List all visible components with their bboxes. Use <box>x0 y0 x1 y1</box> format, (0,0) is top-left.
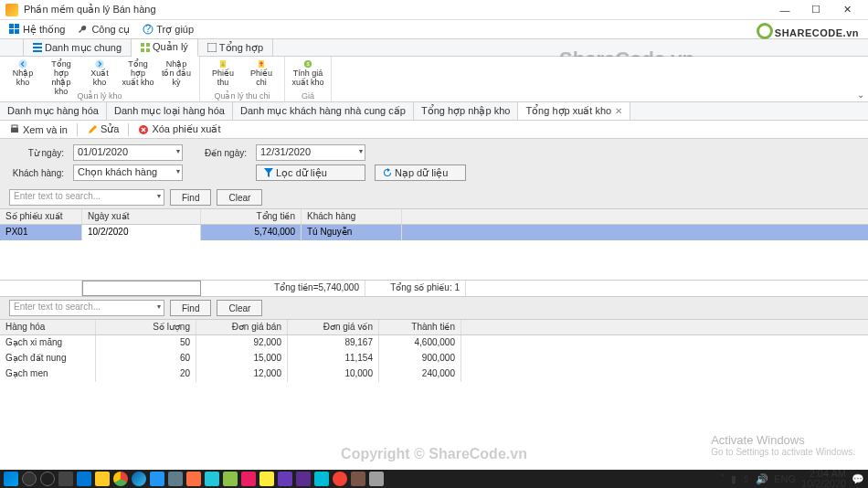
doctab-xuatkho[interactable]: Tổng hợp xuất kho✕ <box>518 102 630 120</box>
label-fromdate: Từ ngày: <box>9 148 64 158</box>
btn-load[interactable]: Nạp dữ liệu <box>375 164 466 181</box>
menubar: Hệ thống Công cụ ? Trợ giúp <box>0 20 868 38</box>
btn-tondau[interactable]: Nhập tồn đầu kỳ <box>159 58 194 89</box>
col-thanhtien[interactable]: Thành tiền <box>379 320 461 334</box>
clear-button-1[interactable]: Clear <box>217 189 262 206</box>
ribbon-tab-tonghop[interactable]: Tổng hợp <box>198 39 273 56</box>
ribbon: Nhập kho Tổng hợp nhập kho Xuất kho Tổng… <box>0 57 868 102</box>
col-ngayxuat[interactable]: Ngày xuất <box>82 209 201 224</box>
ribbon-tabs: Danh mục chung Quản lý Tổng hợp <box>0 38 868 57</box>
input-customer[interactable]: Chọn khách hàng▾ <box>73 164 183 181</box>
btn-tinhgia[interactable]: $ Tính giá xuất kho <box>291 58 325 89</box>
ribbon-tab-quanly[interactable]: Quản lý <box>132 39 198 57</box>
search-row-1: Enter text to search... Find Clear <box>0 186 868 208</box>
action-view-print[interactable]: Xem và in <box>5 123 71 136</box>
doctab-hanghoa[interactable]: Danh mục hàng hóa <box>0 102 107 120</box>
grid1-row[interactable]: PX01 10/2/2020 5,740,000 Tú Nguyễn <box>0 225 868 240</box>
pencil-icon <box>87 124 98 135</box>
maximize-button[interactable]: ☐ <box>800 0 831 20</box>
titlebar: Phần mềm quản lý Bán hàng — ☐ ✕ <box>0 0 868 20</box>
ribbon-tab-danhmuc[interactable]: Danh mục chung <box>24 39 132 56</box>
search-icon[interactable] <box>22 472 37 486</box>
receipt-in-icon <box>214 59 232 69</box>
start-button[interactable] <box>4 472 18 486</box>
tray-clock[interactable]: 2:04 AM 10/2/2020 <box>801 469 846 488</box>
action-delete[interactable]: Xóa phiếu xuất <box>134 122 224 136</box>
menu-tools[interactable]: Công cụ <box>72 22 135 37</box>
minimize-button[interactable]: — <box>769 0 800 20</box>
svg-rect-25 <box>12 125 17 128</box>
find-button-2[interactable]: Find <box>170 300 211 316</box>
app-icon-1[interactable] <box>150 472 164 486</box>
taskview-icon[interactable] <box>58 472 73 486</box>
cortana-icon[interactable] <box>40 472 55 486</box>
ribbon-collapse[interactable]: ⌄ <box>857 90 864 100</box>
tray-volume-icon[interactable]: 🔊 <box>756 473 768 485</box>
ribbon-group-gia: $ Tính giá xuất kho Giá <box>285 57 332 101</box>
col-soluong[interactable]: Số lượng <box>96 320 196 334</box>
btn-tonghop-xuat[interactable]: Tổng hợp xuất kho <box>121 58 155 89</box>
search-input-1[interactable]: Enter text to search... <box>9 189 164 206</box>
app-icon-2[interactable] <box>168 472 183 486</box>
clear-button-2[interactable]: Clear <box>217 300 262 316</box>
app-icon-8[interactable] <box>278 472 292 486</box>
find-button-1[interactable]: Find <box>170 189 211 206</box>
btn-tonghop-nhap[interactable]: Tổng hợp nhập kho <box>44 58 79 89</box>
app-icon-11[interactable] <box>351 472 365 486</box>
btn-xuatkho[interactable]: Xuất kho <box>82 58 117 89</box>
store-icon[interactable] <box>77 472 91 486</box>
app-icon-9[interactable] <box>314 472 329 486</box>
app-icon-4[interactable] <box>205 472 219 486</box>
col-sophieu[interactable]: Số phiếu xuất <box>0 209 82 224</box>
input-fromdate[interactable]: 01/01/2020▾ <box>73 144 183 161</box>
tray-notifications-icon[interactable]: 💬 <box>852 473 864 485</box>
chrome-icon[interactable] <box>113 472 128 486</box>
input-todate[interactable]: 12/31/2020▾ <box>256 144 365 161</box>
app-icon-5[interactable] <box>223 472 238 486</box>
btn-phieuchi[interactable]: Phiếu chi <box>244 58 279 89</box>
tray-battery-icon[interactable]: ▮ <box>731 473 736 485</box>
action-edit[interactable]: Sửa <box>83 122 122 136</box>
actionbar: Xem và in Sửa Xóa phiếu xuất <box>0 121 868 139</box>
app-icon-3[interactable] <box>186 472 201 486</box>
search-input-2[interactable]: Enter text to search... <box>9 300 164 316</box>
label-customer: Khách hàng: <box>9 168 64 178</box>
windows-icon <box>9 24 20 35</box>
col-tongtien[interactable]: Tổng tiền <box>201 209 302 224</box>
ribbon-tab-blank[interactable] <box>0 39 24 56</box>
col-hanghoa[interactable]: Hàng hóa <box>0 320 96 334</box>
col-khachhang[interactable]: Khách hàng <box>302 209 402 224</box>
app-icon-12[interactable] <box>369 472 384 486</box>
list-icon <box>33 43 42 52</box>
doctab-nhapkho[interactable]: Tổng hợp nhập kho <box>414 102 518 120</box>
doctab-loaihang[interactable]: Danh mục loại hàng hóa <box>107 102 233 120</box>
taskbar: ˄ ▮ ⇪ 🔊 ENG 2:04 AM 10/2/2020 💬 <box>0 470 868 488</box>
explorer-icon[interactable] <box>95 472 110 486</box>
close-button[interactable]: ✕ <box>831 0 863 20</box>
svg-rect-7 <box>33 47 42 48</box>
menu-system[interactable]: Hệ thống <box>4 22 70 37</box>
app-icon-10[interactable] <box>333 472 347 486</box>
doctab-khachhang[interactable]: Danh mục khách hàng nhà cung cấp <box>233 102 414 120</box>
tray-wifi-icon[interactable]: ⇪ <box>742 473 750 485</box>
summary-icon <box>207 43 217 52</box>
vs-icon[interactable] <box>296 472 311 486</box>
help-icon: ? <box>143 24 153 35</box>
btn-filter[interactable]: Lọc dữ liệu <box>256 164 365 181</box>
manage-icon <box>141 43 150 52</box>
app-icon-6[interactable] <box>241 472 256 486</box>
grid2-row[interactable]: Gạch men2012,00010,000240,000 <box>0 366 868 382</box>
close-tab-icon[interactable]: ✕ <box>615 106 622 116</box>
menu-help[interactable]: ? Trợ giúp <box>137 22 199 37</box>
edge-icon[interactable] <box>132 472 146 486</box>
grid2-row[interactable]: Gạch đất nung6015,00011,154900,000 <box>0 351 868 366</box>
tray-chevron-icon[interactable]: ˄ <box>720 473 725 485</box>
tray-lang[interactable]: ENG <box>774 473 796 484</box>
btn-nhapkho[interactable]: Nhập kho <box>5 58 40 89</box>
col-dongiaban[interactable]: Đơn giá bán <box>196 320 288 334</box>
arrow-left-icon <box>14 59 32 69</box>
col-dongiavon[interactable]: Đơn giá vốn <box>288 320 379 334</box>
btn-phieuthu[interactable]: Phiếu thu <box>206 58 240 89</box>
grid2-row[interactable]: Gạch xi măng5092,00089,1674,600,000 <box>0 335 868 351</box>
app-icon-7[interactable] <box>259 472 274 486</box>
